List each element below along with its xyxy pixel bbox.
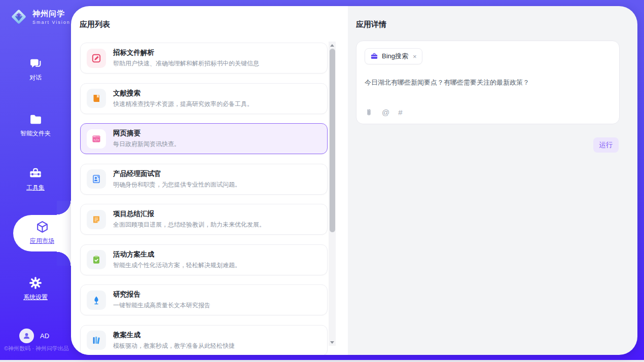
app-title: 研究报告 xyxy=(113,290,210,299)
sidebar-item-chat[interactable]: 对话 xyxy=(0,57,71,82)
tab-fillet-top xyxy=(57,201,71,215)
person-icon xyxy=(22,332,31,340)
app-desc: 一键智能生成高质量长文本研究报告 xyxy=(113,301,210,310)
app-desc: 快速精准查找学术资源，提高研究效率的必备工具。 xyxy=(113,100,253,108)
books-icon xyxy=(87,331,106,350)
app-desc: 明确身份和职责，为您提供专业性的面试问题。 xyxy=(113,180,241,189)
book-icon xyxy=(87,89,106,108)
sidebar-item-label: 应用市场 xyxy=(13,237,71,245)
gear-icon xyxy=(28,276,43,290)
sidebar-item-label: 工具集 xyxy=(0,184,71,192)
scroll-down-arrow[interactable] xyxy=(329,339,336,346)
sidebar-item-smart-folder[interactable]: 智能文件夹 xyxy=(0,113,71,138)
run-button[interactable]: 运行 xyxy=(593,137,619,153)
folder-icon xyxy=(29,113,43,126)
tab-fillet-bottom xyxy=(57,251,71,266)
app-title: 产品经理面试官 xyxy=(113,169,241,178)
app-card-lesson-plan[interactable]: 教案生成 模板驱动，教案秒成，教学准备从此轻松快捷 xyxy=(80,325,328,355)
svg-text:</>: </> xyxy=(93,138,99,141)
app-card-literature-search[interactable]: 文献搜索 快速精准查找学术资源，提高研究效率的必备工具。 xyxy=(80,83,328,114)
app-desc: 全面回顾项目进展，总结经验教训，助力未来优化发展。 xyxy=(113,221,265,229)
app-title: 网页摘要 xyxy=(113,129,180,138)
web-code-icon: </> xyxy=(87,129,106,149)
pen-icon xyxy=(87,291,106,310)
cube-icon xyxy=(35,220,49,234)
app-detail-title: 应用详情 xyxy=(356,20,386,29)
toolbox-icon xyxy=(28,166,43,180)
sidebar-item-app-market[interactable]: 应用市场 xyxy=(13,215,71,251)
sticky-note-icon xyxy=(87,210,106,229)
mention-icon[interactable]: @ xyxy=(382,108,389,116)
app-title: 教案生成 xyxy=(113,331,235,340)
app-list: 招标文件解析 帮助用户快速、准确地理解和解析招标书中的关键信息 文献搜索 快速精… xyxy=(80,43,328,355)
app-title: 项目总结汇报 xyxy=(113,209,265,219)
chat-icon xyxy=(29,57,43,70)
app-card-web-summary[interactable]: </> 网页摘要 每日政府新闻资讯快查。 xyxy=(80,123,328,154)
sidebar: 神州问学 Smart Vision 对话 智能文件夹 工具集 xyxy=(0,0,71,360)
interview-doc-icon xyxy=(87,169,106,189)
sidebar-item-label: 对话 xyxy=(0,74,71,82)
app-desc: 模板驱动，教案秒成，教学准备从此轻松快捷 xyxy=(113,342,235,350)
close-icon[interactable]: × xyxy=(413,53,417,60)
app-title: 招标文件解析 xyxy=(113,48,259,57)
query-text[interactable]: 今日湖北有哪些新闻要点？有哪些需要关注的最新政策？ xyxy=(365,78,611,88)
app-desc: 智能生成个性化活动方案，轻松解决规划难题。 xyxy=(113,261,241,270)
composer-toolbar: @ # xyxy=(365,108,611,117)
app-title: 活动方案生成 xyxy=(113,250,241,259)
app-card-event-plan[interactable]: 活动方案生成 智能生成个性化活动方案，轻松解决规划难题。 xyxy=(80,244,328,275)
edit-square-icon xyxy=(87,49,106,68)
brand-subtitle: Smart Vision xyxy=(32,20,70,25)
app-list-title: 应用列表 xyxy=(80,20,110,29)
app-desc: 帮助用户快速、准确地理解和解析招标书中的关键信息 xyxy=(113,59,259,68)
list-scrollbar[interactable] xyxy=(329,42,336,346)
app-title: 文献搜索 xyxy=(113,89,253,98)
user-name: AD xyxy=(40,332,49,340)
sidebar-item-settings[interactable]: 系统设置 xyxy=(0,276,71,302)
copyright-footer: ©神州数码 · 神州问学出品 xyxy=(4,345,71,352)
tool-chip-label: Bing搜索 xyxy=(382,52,408,61)
app-card-pm-interviewer[interactable]: 产品经理面试官 明确身份和职责，为您提供专业性的面试问题。 xyxy=(80,164,328,195)
briefcase-icon xyxy=(370,52,378,60)
diamond-logo-icon xyxy=(9,7,28,26)
app-detail-panel: 应用详情 Bing搜索 × 今日湖北有哪些新闻要点？有哪些需要关注的最新政策？ … xyxy=(348,6,637,355)
app-list-panel: 应用列表 招标文件解析 帮助用户快速、准确地理解和解析招标书中的关键信息 xyxy=(71,6,348,355)
prompt-input[interactable]: Bing搜索 × 今日湖北有哪些新闻要点？有哪些需要关注的最新政策？ @ # xyxy=(356,41,620,124)
sidebar-item-toolset[interactable]: 工具集 xyxy=(0,166,71,192)
clipboard-check-icon xyxy=(87,250,106,269)
user-menu[interactable]: AD xyxy=(19,329,49,343)
brand-logo: 神州问学 Smart Vision xyxy=(9,7,70,26)
app-card-bid-analysis[interactable]: 招标文件解析 帮助用户快速、准确地理解和解析招标书中的关键信息 xyxy=(80,43,328,74)
paperclip-icon[interactable] xyxy=(365,108,373,117)
app-desc: 每日政府新闻资讯快查。 xyxy=(113,140,180,149)
sidebar-item-label: 系统设置 xyxy=(0,293,71,302)
tool-chip-bing-search[interactable]: Bing搜索 × xyxy=(365,48,422,64)
avatar xyxy=(19,329,34,343)
scrollbar-thumb[interactable] xyxy=(330,49,335,232)
app-card-project-summary[interactable]: 项目总结汇报 全面回顾项目进展，总结经验教训，助力未来优化发展。 xyxy=(80,204,328,235)
app-card-research-report[interactable]: 研究报告 一键智能生成高质量长文本研究报告 xyxy=(80,284,328,315)
sidebar-item-label: 智能文件夹 xyxy=(0,129,71,138)
main-content: 应用列表 招标文件解析 帮助用户快速、准确地理解和解析招标书中的关键信息 xyxy=(71,6,637,355)
brand-name: 神州问学 xyxy=(32,9,70,19)
scroll-up-arrow[interactable] xyxy=(329,42,336,49)
hash-icon[interactable]: # xyxy=(398,108,402,116)
